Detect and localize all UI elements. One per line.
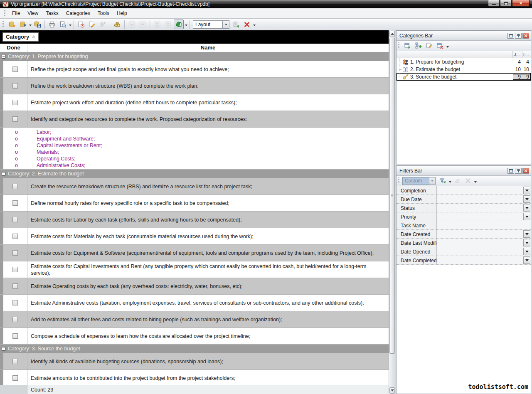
move-down-icon[interactable] [127,20,137,29]
filter-dropdown-icon[interactable] [523,213,530,220]
open-dropdown-icon[interactable] [28,20,32,29]
task-row[interactable]: Estimate Operating costs by each task (a… [0,278,389,295]
permissions-icon[interactable] [98,20,108,29]
filter-dropdown-icon[interactable] [523,187,530,194]
done-checkbox[interactable] [12,333,18,339]
print-icon[interactable] [47,20,57,29]
edit-task-icon[interactable] [87,20,97,29]
done-checkbox[interactable] [12,250,18,256]
done-checkbox[interactable] [12,234,18,239]
task-row[interactable]: Refine the project scope and set final g… [0,61,389,78]
collapse-toggle-icon[interactable] [2,347,5,351]
close-button[interactable]: ✕ [512,0,530,7]
layout-select-arrow-icon[interactable] [222,21,229,28]
filter-value-cell[interactable] [437,212,531,221]
filters-maximize-icon[interactable] [507,168,514,174]
save-database-icon[interactable] [32,20,42,29]
find-icon[interactable] [112,20,122,29]
categories-pin-icon[interactable] [515,33,522,39]
menu-help[interactable]: Help [113,9,131,17]
filter-dropdown-icon[interactable] [523,204,530,212]
toolbar-overflow-icon[interactable] [252,20,256,29]
remove-filter-icon[interactable] [463,176,473,186]
categories-col-1[interactable]: J... [513,51,522,58]
menu-tools[interactable]: Tools [94,9,113,17]
column-header-done[interactable]: Done [0,44,27,52]
print-dropdown-icon[interactable] [68,20,72,29]
scroll-up-icon[interactable] [389,31,395,37]
menu-file[interactable]: File [8,9,24,17]
clear-filter-icon[interactable] [452,176,462,186]
task-row[interactable]: Estimate amounts to be contributed into … [0,370,389,385]
filter-value-cell[interactable] [437,230,531,238]
filter-value-cell[interactable] [437,204,531,212]
group-row[interactable]: Category: 2. Estimate the budget [0,170,389,178]
print-preview-icon[interactable] [58,20,68,29]
apply-filter-dropdown-icon[interactable] [448,176,452,186]
task-row[interactable]: Define normal hourly rates for every spe… [0,195,389,212]
layout-select[interactable]: Layout [193,20,229,29]
filter-value-cell[interactable] [437,221,531,229]
filter-dropdown-icon[interactable] [523,239,530,246]
done-checkbox[interactable] [12,116,18,122]
bullet-list-row[interactable]: oLabor;oEquipment and Software;oCapital … [0,128,389,170]
filter-value-cell[interactable] [437,256,531,264]
category-item[interactable]: 2. Estimate the budget1010 [397,66,531,73]
task-row[interactable]: Add to estimates all other fees and cost… [0,311,389,328]
scrollbar-thumb[interactable] [389,38,395,354]
filter-preset-arrow-icon[interactable] [429,177,435,185]
filters-close-icon[interactable] [522,168,529,174]
task-row[interactable]: Estimate costs for Capital Investments a… [0,261,389,278]
task-row[interactable]: Create the resource breakdown structure … [0,178,389,195]
menu-tasks[interactable]: Tasks [42,9,62,17]
done-checkbox[interactable] [12,83,18,89]
column-header-name[interactable]: Name [27,44,389,52]
categories-maximize-icon[interactable] [507,33,514,39]
filter-dropdown-icon[interactable] [523,195,530,203]
delete-category-icon[interactable] [435,41,445,51]
categories-col-2[interactable]: Г... [522,51,531,58]
layout-view-dropdown-icon[interactable] [184,20,188,29]
open-database-icon[interactable] [18,20,28,29]
layout-view-icon[interactable] [174,20,184,29]
task-row[interactable]: Estimate Administrative costs (taxation,… [0,295,389,311]
new-subcategory-icon[interactable] [414,41,424,51]
new-database-icon[interactable] [7,20,17,29]
done-checkbox[interactable] [12,375,18,381]
group-by-category[interactable]: Category [2,32,39,42]
task-row[interactable]: Estimate costs for Equipment & Software … [0,245,389,261]
categories-close-icon[interactable] [522,33,529,39]
done-checkbox[interactable] [12,66,18,72]
done-checkbox[interactable] [12,200,18,206]
scroll-down-icon[interactable] [389,387,395,394]
category-item[interactable]: 3. Source the budget99 [397,73,531,81]
done-checkbox[interactable] [12,217,18,222]
task-row[interactable]: Estimate costs for Labor by each task (e… [0,212,389,228]
move-up-icon[interactable] [138,20,148,29]
task-row[interactable]: Estimate costs for Materials by each tas… [0,228,389,245]
done-checkbox[interactable] [12,317,18,322]
task-row[interactable]: Estimate project work effort and duratio… [0,94,389,111]
filter-value-cell[interactable] [437,195,531,203]
minimize-button[interactable] [488,0,500,7]
group-row[interactable]: Category: 3. Source the budget [0,345,389,353]
apply-filter-icon[interactable] [438,176,448,186]
categories-toolbar-overflow-icon[interactable] [446,41,449,51]
filter-preset-select[interactable]: Custom [402,177,436,185]
done-checkbox[interactable] [12,283,18,289]
filter-dropdown-icon[interactable] [523,248,530,255]
collapse-toggle-icon[interactable] [2,55,5,59]
done-checkbox[interactable] [12,300,18,305]
edit-category-icon[interactable] [424,41,434,51]
menu-view[interactable]: View [24,9,42,17]
task-row[interactable]: Identify and categorize resources to com… [0,111,389,128]
done-checkbox[interactable] [12,359,18,364]
apply-layout-icon[interactable] [231,20,241,29]
delete-icon[interactable] [242,20,252,29]
task-row[interactable]: Identify all kinds of available budgetin… [0,353,389,370]
menu-categories[interactable]: Categories [62,9,94,17]
done-checkbox[interactable] [12,100,18,105]
done-checkbox[interactable] [12,184,18,189]
task-row[interactable]: Compose a schedule of expenses to learn … [0,328,389,345]
filters-pin-icon[interactable] [515,168,522,174]
